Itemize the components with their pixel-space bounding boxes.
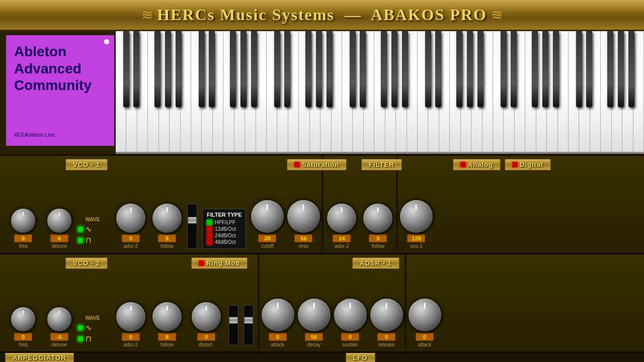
filter-opt-48db[interactable]: 48dB/Oct — [207, 239, 242, 245]
black-key[interactable] — [586, 31, 592, 107]
black-key[interactable] — [402, 31, 408, 107]
black-key[interactable] — [284, 31, 290, 107]
filter-opt-hpf[interactable]: HPF/LPF — [207, 220, 242, 225]
vco2-wave-option-2[interactable]: ⊓ — [77, 334, 92, 343]
adsr1-decay-value[interactable]: 56 — [305, 333, 323, 341]
black-key[interactable] — [553, 31, 559, 107]
white-key[interactable] — [558, 31, 569, 154]
vco1-adsr2-value[interactable]: 0 — [122, 234, 140, 242]
filter-reso-knob[interactable] — [287, 200, 320, 233]
adsr1-release-knob[interactable] — [370, 299, 403, 331]
white-key[interactable] — [407, 31, 418, 154]
filter-adsr2-value[interactable]: 14 — [333, 234, 351, 242]
piano-octave[interactable] — [569, 31, 644, 154]
vco2-freq-value[interactable]: 0 — [14, 333, 32, 341]
black-key[interactable] — [240, 31, 247, 107]
filter-opt-24db[interactable]: 24dB/Oct — [207, 233, 242, 238]
wave-option-2[interactable]: ⊓ — [77, 236, 92, 245]
filter-follow-knob[interactable] — [363, 204, 392, 233]
black-key[interactable] — [511, 31, 517, 107]
vco1-freq-knob[interactable] — [11, 209, 35, 233]
adsr1-decay-knob[interactable] — [298, 299, 331, 331]
black-key[interactable] — [391, 31, 397, 107]
vco1-output-value[interactable]: 128 — [407, 234, 425, 242]
filter-follow-value[interactable]: 0 — [369, 234, 387, 242]
vco1-detune-knob[interactable] — [47, 209, 71, 233]
white-key[interactable] — [332, 31, 342, 154]
piano-octave[interactable] — [342, 31, 418, 154]
filter-adsr2-knob[interactable] — [327, 204, 356, 233]
black-key[interactable] — [425, 31, 431, 107]
adsr1-release-knob-group: 0 release — [368, 299, 405, 349]
black-key[interactable] — [501, 31, 507, 107]
adsr1-attack-value[interactable]: 0 — [269, 333, 287, 341]
vco1-follow-value[interactable]: 8 — [158, 234, 176, 242]
vco2-adsr2-value[interactable]: 0 — [122, 333, 140, 341]
vco1-adsr2-knob[interactable] — [116, 204, 145, 233]
vco2-distort-value[interactable]: 0 — [197, 333, 215, 341]
black-key[interactable] — [477, 31, 484, 107]
vco1-vslider[interactable] — [187, 204, 197, 249]
vco2-wave-option-1[interactable]: ∿ — [77, 323, 92, 332]
black-key[interactable] — [542, 31, 548, 107]
black-key[interactable] — [230, 31, 236, 107]
black-key[interactable] — [467, 31, 473, 107]
vco1-detune-value[interactable]: 6 — [50, 234, 68, 242]
vco2-adsr2-knob[interactable] — [116, 302, 145, 331]
piano-octave[interactable] — [267, 31, 342, 154]
vco2-vslider-1[interactable] — [228, 305, 238, 345]
piano-octave[interactable] — [418, 31, 493, 154]
black-key[interactable] — [532, 31, 538, 107]
vco2-follow-value[interactable]: 8 — [158, 333, 176, 341]
black-key[interactable] — [154, 31, 160, 107]
vco1-follow-knob[interactable] — [152, 204, 182, 233]
black-key[interactable] — [607, 31, 613, 107]
adsr1-attack2-knob[interactable] — [409, 299, 441, 331]
filter-opt-12db[interactable]: 12dB/Oct — [207, 226, 242, 232]
black-key[interactable] — [350, 31, 356, 107]
black-key[interactable] — [123, 31, 129, 107]
black-key[interactable] — [456, 31, 462, 107]
black-key[interactable] — [576, 31, 582, 107]
black-key[interactable] — [133, 31, 139, 107]
black-key[interactable] — [316, 31, 322, 107]
adsr1-sustain-value[interactable]: 0 — [341, 333, 359, 341]
filter-cutoff-value[interactable]: 39 — [258, 234, 276, 242]
white-key[interactable] — [181, 31, 191, 154]
black-key[interactable] — [327, 31, 333, 107]
piano-octave[interactable] — [191, 31, 267, 154]
black-key[interactable] — [199, 31, 205, 107]
black-key[interactable] — [381, 31, 387, 107]
piano-octave[interactable] — [493, 31, 569, 154]
vco2-freq-knob[interactable] — [11, 307, 35, 331]
filter-reso-value[interactable]: 56 — [294, 234, 312, 242]
vco2-distort-knob[interactable] — [192, 302, 221, 331]
black-key[interactable] — [435, 31, 441, 107]
vco2-detune-knob[interactable] — [47, 307, 71, 331]
community-card[interactable]: Ableton Advanced Community #EEAbleton Li… — [6, 35, 114, 146]
black-key[interactable] — [274, 31, 280, 107]
vco2-detune-value[interactable]: -6 — [50, 333, 68, 341]
wave-option-1[interactable]: ∿ — [77, 225, 92, 234]
black-key[interactable] — [176, 31, 182, 107]
black-key[interactable] — [360, 31, 366, 107]
filter-cutoff-knob[interactable] — [251, 200, 284, 233]
adsr1-sustain-knob[interactable] — [334, 299, 367, 331]
vco1-freq-value[interactable]: 0 — [14, 234, 32, 242]
adsr1-release-value[interactable]: 0 — [377, 333, 395, 341]
white-key[interactable] — [256, 31, 267, 154]
white-key[interactable] — [482, 31, 493, 154]
black-key[interactable] — [209, 31, 215, 107]
vco2-vslider-2[interactable] — [244, 305, 254, 345]
adsr1-attack2-value[interactable]: 0 — [416, 333, 434, 341]
white-key[interactable] — [633, 31, 644, 154]
black-key[interactable] — [165, 31, 171, 107]
black-key[interactable] — [251, 31, 257, 107]
piano-octave[interactable] — [116, 31, 191, 154]
vco2-follow-knob[interactable] — [152, 302, 182, 331]
black-key[interactable] — [618, 31, 624, 107]
black-key[interactable] — [628, 31, 634, 107]
vco1-output-knob[interactable] — [400, 200, 433, 233]
adsr1-attack-knob[interactable] — [262, 299, 294, 331]
black-key[interactable] — [305, 31, 311, 107]
